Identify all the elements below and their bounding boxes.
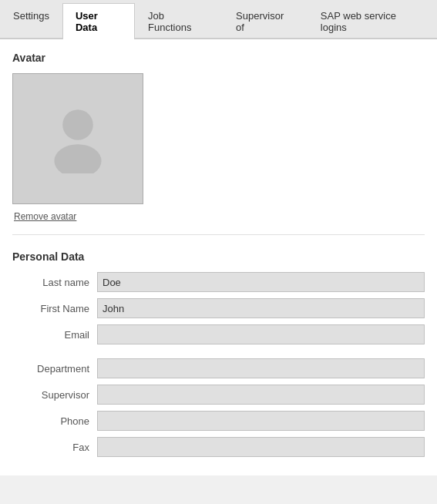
personal-data-title: Personal Data [12, 250, 425, 263]
avatar-person-icon [43, 104, 113, 173]
form-row-phone: Phone [12, 411, 425, 431]
tab-job-functions[interactable]: Job Functions [135, 3, 223, 39]
input-last-name[interactable] [97, 272, 425, 292]
form-row-first-name: First Name [12, 298, 425, 318]
remove-avatar-link[interactable]: Remove avatar [14, 211, 76, 222]
label-last-name: Last name [12, 277, 97, 288]
avatar-section-title: Avatar [12, 52, 425, 64]
form-row-fax: Fax [12, 437, 425, 457]
input-phone[interactable] [97, 411, 425, 431]
tab-user-data[interactable]: User Data [62, 3, 135, 39]
input-email[interactable] [97, 324, 425, 344]
tab-supervisor-of[interactable]: Supervisor of [223, 3, 308, 39]
input-first-name[interactable] [97, 298, 425, 318]
tab-settings[interactable]: Settings [0, 3, 62, 39]
input-fax[interactable] [97, 437, 425, 457]
tab-sap-web-service-logins[interactable]: SAP web service logins [308, 3, 437, 39]
label-department: Department [12, 363, 97, 375]
personal-data-section: Personal Data Last nameFirst NameEmailDe… [12, 250, 425, 457]
avatar-image-box [12, 73, 143, 204]
form-row-last-name: Last name [12, 272, 425, 292]
label-supervisor: Supervisor [12, 389, 97, 401]
form-row-email: Email [12, 324, 425, 344]
input-department[interactable] [97, 358, 425, 378]
label-email: Email [12, 329, 97, 341]
form-row-supervisor: Supervisor [12, 385, 425, 405]
label-phone: Phone [12, 415, 97, 427]
label-first-name: First Name [12, 303, 97, 314]
form-row-department: Department [12, 358, 425, 378]
tab-bar: SettingsUser DataJob FunctionsSupervisor… [0, 0, 437, 39]
input-supervisor[interactable] [97, 385, 425, 405]
svg-point-1 [54, 144, 101, 173]
label-fax: Fax [12, 442, 97, 453]
svg-point-0 [62, 109, 93, 140]
avatar-section: Avatar Remove avatar [12, 52, 425, 235]
